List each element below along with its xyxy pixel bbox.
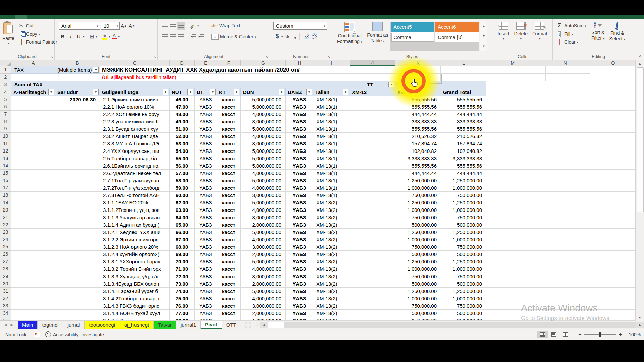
cell-H10[interactable]: ҮАБЗ bbox=[286, 133, 313, 140]
cell-B35[interactable] bbox=[55, 317, 100, 321]
cell-L21[interactable]: 750,000.00 bbox=[441, 214, 486, 221]
cell-I27[interactable]: XM-13(2) bbox=[313, 258, 350, 265]
accessibility-status[interactable]: Accessibility: Investigate bbox=[45, 331, 104, 337]
cell-O7[interactable] bbox=[591, 111, 635, 118]
cell-H32[interactable]: ҮАБЗ bbox=[286, 295, 313, 302]
cell-B34[interactable] bbox=[55, 310, 100, 317]
cell-O32[interactable] bbox=[591, 295, 635, 302]
column-header-J[interactable]: J bbox=[350, 60, 395, 66]
cell-K23[interactable]: 1,250,000.00 bbox=[395, 229, 441, 236]
cell-I15[interactable]: XM-13(1) bbox=[313, 170, 350, 177]
cell-A13[interactable] bbox=[11, 155, 55, 162]
cell-N8[interactable] bbox=[539, 118, 591, 125]
cell-E35[interactable]: ҮАБЗ bbox=[195, 317, 217, 321]
cell-K22[interactable]: 500,000.00 bbox=[395, 221, 441, 229]
cell-D29[interactable]: 72.00 bbox=[170, 273, 195, 280]
cell-D8[interactable]: 49.00 bbox=[170, 118, 195, 125]
zoom-slider-track[interactable] bbox=[584, 334, 616, 335]
cell-F15[interactable]: касст bbox=[217, 170, 241, 177]
cell-E21[interactable]: ҮАБЗ bbox=[195, 214, 217, 221]
cell-D35[interactable]: 78.00 bbox=[170, 317, 195, 321]
row-14-header[interactable]: 14 bbox=[0, 162, 11, 170]
style-accent5[interactable]: Accent5 bbox=[391, 22, 435, 32]
sheet-tab-jurnal[interactable]: jurnal bbox=[63, 321, 85, 329]
cell-B22[interactable] bbox=[55, 221, 100, 229]
cell-D4[interactable]: NUT▾ bbox=[170, 88, 195, 96]
cell-I32[interactable]: XM-13(2) bbox=[313, 295, 350, 302]
column-header-M[interactable]: M bbox=[486, 60, 539, 66]
cut-button[interactable]: ✂Cut bbox=[17, 22, 59, 30]
delete-cells-button[interactable]: ✕ Delete▾ bbox=[512, 21, 530, 51]
cell-B7[interactable] bbox=[55, 111, 100, 118]
cell-K14[interactable]: 555,555.56 bbox=[395, 162, 441, 170]
cell-E27[interactable]: ҮАБЗ bbox=[195, 258, 217, 265]
cell-J5[interactable] bbox=[350, 96, 395, 103]
cell-M16[interactable] bbox=[486, 177, 539, 184]
cell-B4[interactable]: Sar udur▾ bbox=[55, 88, 100, 96]
italic-button[interactable]: I bbox=[67, 32, 75, 40]
cell-J13[interactable] bbox=[350, 155, 395, 162]
row-16-header[interactable]: 16 bbox=[0, 177, 11, 184]
cell-J4[interactable]: XM-12 bbox=[350, 88, 395, 96]
style-comma[interactable]: Comma bbox=[391, 32, 435, 42]
cell-H12[interactable]: ҮАБЗ bbox=[286, 147, 313, 155]
cell-N7[interactable] bbox=[539, 111, 591, 118]
cell-J24[interactable] bbox=[350, 236, 395, 243]
cell-O10[interactable] bbox=[591, 133, 635, 140]
cell-M26[interactable] bbox=[486, 251, 539, 258]
cell-D30[interactable]: 73.00 bbox=[170, 280, 195, 288]
page-break-view-button[interactable] bbox=[559, 331, 571, 338]
font-dialog-launcher[interactable]: ↘ bbox=[153, 55, 156, 59]
cell-A9[interactable] bbox=[11, 125, 55, 133]
cell-O23[interactable] bbox=[591, 229, 635, 236]
row-10-header[interactable]: 10 bbox=[0, 133, 11, 140]
orientation-button[interactable]: ab⟋ bbox=[189, 22, 197, 30]
cell-D9[interactable]: 51.00 bbox=[170, 125, 195, 133]
sheet-tab-tatvar[interactable]: Tatvar bbox=[154, 321, 176, 329]
increase-indent-button[interactable]: ▸ bbox=[197, 32, 205, 40]
cell-K1[interactable] bbox=[350, 66, 395, 74]
cell-K29[interactable]: 750,000.00 bbox=[395, 273, 441, 280]
cell-J12[interactable] bbox=[350, 147, 395, 155]
cell-O25[interactable] bbox=[591, 243, 635, 251]
align-bottom-icon[interactable] bbox=[177, 22, 185, 30]
row-27-header[interactable]: 27 bbox=[0, 258, 11, 265]
cell-N4[interactable] bbox=[539, 88, 591, 96]
cell-I16[interactable]: XM-13(1) bbox=[313, 177, 350, 184]
align-right-icon[interactable] bbox=[177, 32, 185, 40]
cell-K34[interactable]: 500,000.00 bbox=[395, 310, 441, 317]
cell-H29[interactable]: ҮАБЗ bbox=[286, 273, 313, 280]
cell-L19[interactable]: 1,250,000.00 bbox=[441, 199, 486, 206]
cell-K31[interactable]: 1,250,000.00 bbox=[395, 288, 441, 295]
cell-F18[interactable]: касст bbox=[217, 192, 241, 199]
cell-B19[interactable] bbox=[55, 199, 100, 206]
decrease-decimal-button[interactable]: .00→.0 bbox=[310, 32, 318, 40]
cell-B20[interactable] bbox=[55, 206, 100, 214]
cell-N2[interactable] bbox=[493, 74, 546, 81]
format-painter-button[interactable]: Format Painter bbox=[17, 38, 59, 46]
cell-A12[interactable] bbox=[11, 147, 55, 155]
cell-J17[interactable] bbox=[350, 184, 395, 192]
cell-N19[interactable] bbox=[539, 199, 591, 206]
cell-I6[interactable]: XM-13(1) bbox=[313, 103, 350, 111]
cell-B12[interactable] bbox=[55, 147, 100, 155]
cell-C17[interactable]: 2.7.2Төл.Г-н ү/а холбогд bbox=[100, 184, 170, 192]
filter-dropdown-B4[interactable]: ▾ bbox=[93, 89, 99, 95]
cell-N25[interactable] bbox=[539, 243, 591, 251]
row-24-header[interactable]: 24 bbox=[0, 236, 11, 243]
column-header-C[interactable]: C bbox=[100, 60, 170, 66]
cell-A22[interactable] bbox=[11, 221, 55, 229]
row-9-header[interactable]: 9 bbox=[0, 125, 11, 133]
cell-H5[interactable]: ҮАБЗ bbox=[286, 96, 313, 103]
cell-N31[interactable] bbox=[539, 288, 591, 295]
cell-J30[interactable] bbox=[350, 280, 395, 288]
fill-color-dropdown-icon[interactable]: ▾ bbox=[109, 35, 110, 38]
cell-E4[interactable]: DT▾ bbox=[195, 88, 217, 96]
styles-more-button[interactable]: ⊽ bbox=[480, 41, 487, 51]
cell-H22[interactable]: ҮАБЗ bbox=[286, 221, 313, 229]
filter-dropdown-A4[interactable]: ▾ bbox=[48, 89, 54, 95]
cell-C28[interactable]: 3.1.3.2 Төрийн Б-ийн эрх bbox=[100, 265, 170, 273]
cell-F32[interactable]: касст bbox=[217, 295, 241, 302]
cell-L16[interactable]: 1,250,000.00 bbox=[441, 177, 486, 184]
cell-F26[interactable]: касст bbox=[217, 251, 241, 258]
